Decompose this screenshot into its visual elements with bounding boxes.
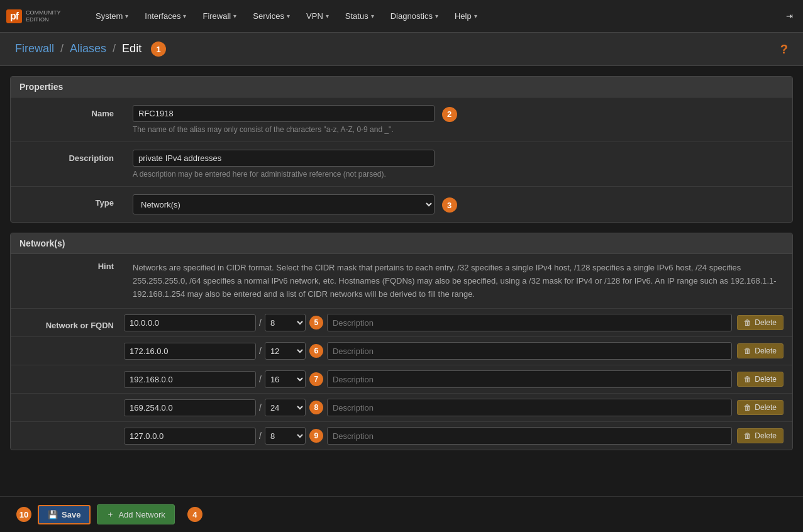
breadcrumb-aliases[interactable]: Aliases [70,42,106,55]
top-navigation: pf COMMUNITYEDITION System ▾ Interfaces … [0,0,803,33]
main-content: Properties Name 2 The name of the alias … [0,66,803,504]
desc-input-4[interactable] [327,427,732,445]
save-icon: 💾 [48,510,58,519]
slash-1: / [259,346,262,356]
type-control-wrap: Network(s) Host(s) Port(s) URL (IPs) URL… [124,194,792,214]
type-label: Type [11,194,124,214]
properties-panel: Properties Name 2 The name of the alias … [10,76,793,223]
desc-input-0[interactable] [327,314,732,331]
network-row-3: / 24 8 🗑 Delete [11,394,792,422]
breadcrumb: Firewall / Aliases / Edit 1 ? [0,33,803,66]
name-label: Name [11,105,124,134]
type-row: Type Network(s) Host(s) Port(s) URL (IPs… [11,187,792,222]
slash-4: / [259,431,262,441]
networks-panel-header: Network(s) [11,233,792,254]
nav-diagnostics-caret: ▾ [435,13,438,19]
name-hint: The name of the alias may only consist o… [133,125,784,134]
slash-3: / [259,402,262,413]
breadcrumb-firewall[interactable]: Firewall [15,42,54,55]
name-row: Name 2 The name of the alias may only co… [11,97,792,142]
properties-panel-body: Name 2 The name of the alias may only co… [11,97,792,222]
delete-btn-0[interactable]: 🗑 Delete [737,315,784,330]
properties-panel-header: Properties [11,77,792,97]
cidr-select-0[interactable]: 8 [265,314,306,331]
nav-system[interactable]: System ▾ [88,8,136,25]
row-badge-3: 8 [309,401,323,414]
logo-edition: COMMUNITYEDITION [26,9,61,23]
nav-diagnostics[interactable]: Diagnostics ▾ [383,8,446,25]
hint-row: Hint Networks are specified in CIDR form… [11,254,792,309]
breadcrumb-sep1: / [60,42,67,55]
row-badge-4: 9 [309,429,323,443]
slash-0: / [259,318,262,328]
footer-bar: 10 💾 Save ＋ Add Network 4 [0,496,803,532]
nav-vpn-caret: ▾ [326,13,329,19]
description-input[interactable] [133,150,435,167]
type-select[interactable]: Network(s) Host(s) Port(s) URL (IPs) URL… [133,194,435,214]
cidr-select-2[interactable]: 16 [265,370,306,388]
delete-btn-4[interactable]: 🗑 Delete [737,428,784,443]
save-button[interactable]: 💾 Save [38,505,91,524]
description-hint: A description may be entered here for ad… [133,170,784,179]
network-input-1[interactable] [124,343,256,360]
nav-services[interactable]: Services ▾ [245,8,297,25]
save-step-badge: 10 [16,507,31,522]
logo-box: pf [6,9,22,23]
row-badge-1: 6 [309,344,323,358]
breadcrumb-step-badge: 1 [151,42,166,57]
desc-input-3[interactable] [327,399,732,416]
nav-services-caret: ▾ [287,13,290,19]
description-label: Description [11,150,124,179]
trash-icon-2: 🗑 [744,375,751,384]
nav-interfaces[interactable]: Interfaces ▾ [137,8,194,25]
nav-help-caret: ▾ [474,13,477,19]
row-badge-2: 7 [309,372,323,386]
trash-icon-4: 🗑 [744,431,751,440]
hint-label: Hint [11,262,124,301]
breadcrumb-sep2: / [113,42,119,55]
add-step-badge: 4 [187,507,202,522]
nav-status-caret: ▾ [371,13,374,19]
network-input-3[interactable] [124,399,256,416]
nav-status[interactable]: Status ▾ [338,8,382,25]
delete-btn-1[interactable]: 🗑 Delete [737,343,784,358]
network-input-2[interactable] [124,371,256,388]
network-row-4: / 8 9 🗑 Delete [11,422,792,450]
nav-firewall[interactable]: Firewall ▾ [195,8,244,25]
description-row: Description A description may be entered… [11,142,792,187]
nav-help[interactable]: Help ▾ [447,8,485,25]
trash-icon-1: 🗑 [744,346,751,355]
name-input[interactable] [133,105,435,122]
nav-system-caret: ▾ [125,13,128,19]
nav-vpn[interactable]: VPN ▾ [299,8,336,25]
trash-icon-0: 🗑 [744,318,751,327]
breadcrumb-edit: Edit [122,42,141,55]
cidr-select-3[interactable]: 24 [265,399,306,416]
network-row-2: / 16 7 🗑 Delete [11,365,792,394]
network-input-0[interactable] [124,314,256,331]
trash-icon-3: 🗑 [744,403,751,412]
delete-btn-2[interactable]: 🗑 Delete [737,372,784,387]
row-badge-0: 5 [309,316,323,330]
nav-firewall-caret: ▾ [233,13,236,19]
network-row-1: / 12 6 🗑 Delete [11,337,792,365]
add-icon: ＋ [106,509,114,520]
name-control-wrap: 2 The name of the alias may only consist… [124,105,792,134]
desc-input-2[interactable] [327,370,732,388]
networks-panel: Network(s) Hint Networks are specified i… [10,233,793,450]
delete-btn-3[interactable]: 🗑 Delete [737,400,784,415]
cidr-select-1[interactable]: 12 [265,342,306,360]
network-row-0: Network or FQDN / 8 5 🗑 Delete [11,309,792,337]
network-input-4[interactable] [124,428,256,445]
nav-items: System ▾ Interfaces ▾ Firewall ▾ Service… [88,8,782,25]
help-icon[interactable]: ? [780,42,788,57]
cidr-select-4[interactable]: 8 [265,427,306,445]
pf-logo: pf COMMUNITYEDITION [6,9,75,23]
hint-text: Networks are specified in CIDR format. S… [124,262,792,301]
name-step-badge: 2 [442,107,457,122]
nav-interfaces-caret: ▾ [183,13,186,19]
slash-2: / [259,374,262,384]
logout-icon[interactable]: ⇥ [782,8,797,25]
desc-input-1[interactable] [327,342,732,360]
add-network-button[interactable]: ＋ Add Network [97,504,174,524]
